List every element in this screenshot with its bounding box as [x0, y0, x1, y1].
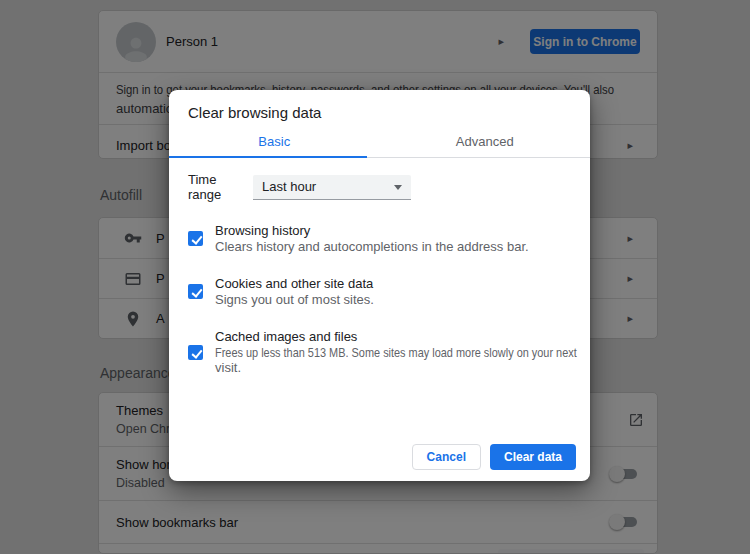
tab-basic[interactable]: Basic [169, 134, 380, 157]
time-range-select[interactable]: Last hour [253, 175, 411, 200]
tab-advanced[interactable]: Advanced [380, 134, 591, 157]
option-description-line: Signs you out of most sites. [215, 292, 374, 307]
browsing-history-checkbox[interactable] [188, 231, 203, 246]
option-description-line: Clears history and autocompletions in th… [215, 239, 529, 254]
option-cached-images: Cached images and files Frees up less th… [188, 329, 571, 375]
option-cookies: Cookies and other site data Signs you ou… [188, 276, 571, 307]
dialog-tabs: Basic Advanced [169, 134, 590, 158]
cancel-button[interactable]: Cancel [412, 444, 481, 470]
chrome-settings-screen: Person 1 ▸ Sign in to Chrome Sign in to … [0, 0, 750, 554]
option-title: Browsing history [215, 223, 529, 238]
option-description: Clears history and autocompletions in th… [215, 239, 529, 254]
cookies-checkbox[interactable] [188, 284, 203, 299]
option-description-line: Frees up less than 513 MB. Some sites ma… [215, 345, 577, 360]
cached-images-checkbox[interactable] [188, 345, 203, 360]
clear-browsing-data-dialog: Clear browsing data Basic Advanced Time … [169, 90, 590, 481]
option-description: Signs you out of most sites. [215, 292, 374, 307]
option-browsing-history: Browsing history Clears history and auto… [188, 223, 571, 254]
dialog-title: Clear browsing data [169, 90, 590, 121]
clear-data-button[interactable]: Clear data [490, 444, 576, 470]
time-range-label: Time range [188, 172, 253, 202]
time-range-value: Last hour [262, 179, 316, 194]
active-tab-underline [169, 156, 367, 158]
dropdown-caret-icon [394, 185, 402, 190]
option-description: Frees up less than 513 MB. Some sites ma… [215, 345, 646, 375]
option-description-line: visit. [215, 360, 646, 375]
option-title: Cached images and files [215, 329, 646, 344]
option-title: Cookies and other site data [215, 276, 374, 291]
